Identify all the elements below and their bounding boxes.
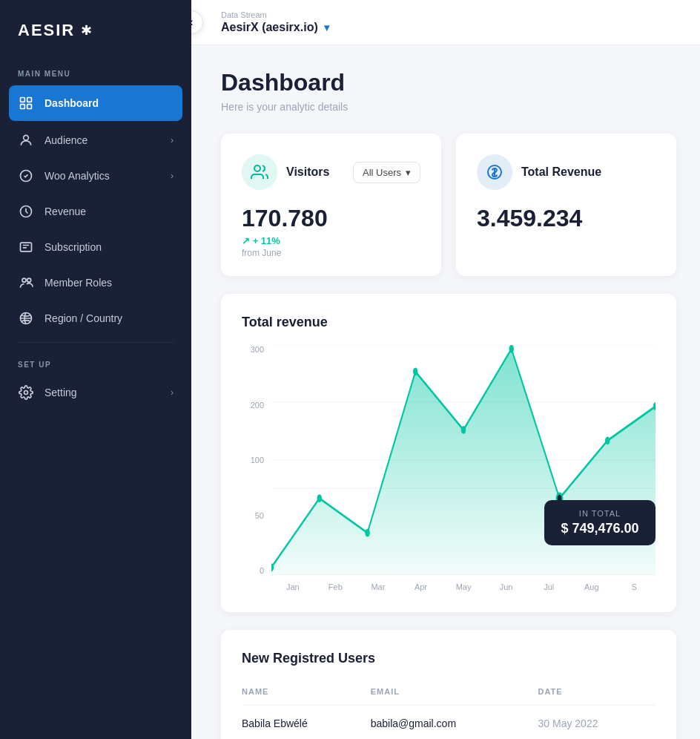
chart-svg-area: IN TOTAL $ 749,476.00 bbox=[271, 345, 656, 575]
svg-point-11 bbox=[24, 391, 28, 395]
region-icon bbox=[18, 310, 34, 326]
stat-title-group-revenue: Total Revenue bbox=[477, 154, 601, 190]
sidebar-item-region-country[interactable]: Region / Country bbox=[0, 300, 191, 336]
svg-rect-0 bbox=[21, 98, 25, 102]
user-name: Babila Ebwélé bbox=[242, 706, 371, 740]
users-table-head: NAME EMAIL DATE bbox=[242, 681, 656, 706]
main-content: ‹ Data Stream AesirX (aesirx.io) ▾ Dashb… bbox=[191, 0, 700, 739]
sidebar-section-label-main: MAIN MENU bbox=[0, 58, 191, 84]
logo-star: ✱ bbox=[81, 22, 92, 39]
users-table: NAME EMAIL DATE Babila Ebwélé babila@gma… bbox=[242, 681, 656, 739]
stat-value-visitors: 170.780 bbox=[242, 205, 420, 232]
users-table-title: New Registred Users bbox=[242, 651, 656, 666]
audience-icon bbox=[18, 132, 34, 148]
visitors-dropdown-label: All Users bbox=[363, 167, 401, 178]
chart-point-aug bbox=[605, 436, 610, 444]
chart-title: Total revenue bbox=[242, 315, 656, 330]
svg-point-9 bbox=[27, 278, 31, 282]
col-header-email: EMAIL bbox=[371, 681, 538, 706]
chart-point-may bbox=[461, 426, 466, 434]
sidebar-item-revenue[interactable]: Revenue bbox=[0, 194, 191, 229]
chart-point-mar bbox=[365, 529, 369, 537]
sidebar-item-subscription[interactable]: Subscription bbox=[0, 229, 191, 265]
sidebar-item-label-dashboard: Dashboard bbox=[44, 97, 174, 109]
stat-card-header-visitors: Visitors All Users ▾ bbox=[242, 154, 420, 190]
chart-point-apr bbox=[413, 367, 417, 375]
stats-row: Visitors All Users ▾ 170.780 ↗ + 11% fro… bbox=[221, 134, 676, 276]
svg-rect-1 bbox=[27, 98, 32, 102]
chart-x-labels: Jan Feb Mar Apr May Jun Jul Aug S bbox=[271, 577, 656, 597]
sidebar-item-label-member-roles: Member Roles bbox=[44, 277, 174, 289]
tooltip-label: IN TOTAL bbox=[558, 509, 642, 518]
page-subtitle: Here is your analytic details bbox=[221, 101, 676, 113]
y-label-200: 200 bbox=[251, 401, 264, 410]
chart-tooltip: IN TOTAL $ 749,476.00 bbox=[544, 500, 656, 545]
users-table-card: New Registred Users NAME EMAIL DATE Babi… bbox=[221, 630, 676, 739]
sidebar-item-label-audience: Audience bbox=[44, 134, 160, 146]
sidebar-divider bbox=[18, 342, 174, 343]
trend-up-icon: ↗ bbox=[242, 235, 250, 246]
sidebar: AESIR✱ MAIN MENU Dashboard Audience › Wo… bbox=[0, 0, 191, 739]
chart-point-feb bbox=[317, 494, 322, 502]
svg-rect-2 bbox=[21, 105, 25, 109]
col-header-date: DATE bbox=[538, 681, 656, 706]
x-label-mar: Mar bbox=[357, 582, 400, 591]
topbar-dropdown-chevron[interactable]: ▾ bbox=[324, 22, 329, 33]
revenue-icon-circle bbox=[477, 154, 512, 190]
dollar-icon bbox=[486, 163, 503, 181]
chevron-right-icon: › bbox=[171, 135, 174, 145]
logo: AESIR✱ bbox=[0, 0, 191, 58]
visitors-icon bbox=[251, 163, 268, 181]
dashboard-icon bbox=[18, 95, 34, 111]
sidebar-item-setting[interactable]: Setting › bbox=[0, 375, 191, 410]
y-label-300: 300 bbox=[251, 345, 264, 354]
stat-title-visitors: Visitors bbox=[286, 165, 329, 179]
user-email: babila@gmail.com bbox=[371, 706, 538, 740]
svg-point-8 bbox=[22, 278, 26, 282]
topbar-title-text: AesirX (aesirx.io) bbox=[221, 21, 318, 34]
stat-card-total-revenue: Total Revenue 3.459.234 bbox=[456, 134, 676, 276]
chevron-right-icon-3: › bbox=[171, 387, 174, 398]
topbar-label: Data Stream bbox=[221, 10, 329, 19]
sidebar-toggle-button[interactable]: ‹ bbox=[191, 10, 203, 34]
page-content: Dashboard Here is your analytic details … bbox=[191, 45, 700, 739]
table-row: Babila Ebwélé babila@gmail.com 30 May 20… bbox=[242, 706, 656, 740]
member-roles-icon bbox=[18, 275, 34, 291]
visitors-dropdown-chevron: ▾ bbox=[406, 167, 411, 178]
stat-title-group-visitors: Visitors bbox=[242, 154, 329, 190]
visitors-dropdown[interactable]: All Users ▾ bbox=[353, 162, 420, 183]
col-header-name: NAME bbox=[242, 681, 371, 706]
sidebar-item-member-roles[interactable]: Member Roles bbox=[0, 265, 191, 300]
x-label-jun: Jun bbox=[485, 582, 528, 591]
topbar: ‹ Data Stream AesirX (aesirx.io) ▾ bbox=[191, 0, 700, 45]
user-date: 30 May 2022 bbox=[538, 706, 656, 740]
x-label-jan: Jan bbox=[271, 582, 314, 591]
chevron-right-icon-2: › bbox=[171, 171, 174, 181]
svg-point-12 bbox=[254, 165, 260, 171]
x-label-apr: Apr bbox=[400, 582, 443, 591]
svg-rect-3 bbox=[27, 105, 32, 109]
users-table-header-row: NAME EMAIL DATE bbox=[242, 681, 656, 706]
sidebar-item-dashboard[interactable]: Dashboard bbox=[9, 85, 182, 121]
sidebar-item-label-setting: Setting bbox=[44, 387, 160, 398]
subscription-icon bbox=[18, 239, 34, 255]
woo-analytics-icon bbox=[18, 168, 34, 184]
stat-card-header-revenue: Total Revenue bbox=[477, 154, 656, 190]
sidebar-item-audience[interactable]: Audience › bbox=[0, 122, 191, 158]
chart-card: Total revenue 300 200 100 50 0 bbox=[221, 294, 676, 612]
stat-card-visitors: Visitors All Users ▾ 170.780 ↗ + 11% fro… bbox=[221, 134, 441, 276]
y-label-50: 50 bbox=[255, 511, 264, 520]
tooltip-value: $ 749,476.00 bbox=[558, 521, 642, 536]
stat-title-revenue: Total Revenue bbox=[521, 165, 601, 179]
y-label-0: 0 bbox=[260, 566, 264, 575]
stat-value-revenue: 3.459.234 bbox=[477, 205, 656, 232]
sidebar-item-woo-analytics[interactable]: Woo Analytics › bbox=[0, 158, 191, 194]
setting-icon bbox=[18, 384, 34, 401]
x-label-may: May bbox=[442, 582, 485, 591]
topbar-title: AesirX (aesirx.io) ▾ bbox=[221, 21, 329, 34]
users-table-body: Babila Ebwélé babila@gmail.com 30 May 20… bbox=[242, 706, 656, 740]
sidebar-item-label-revenue: Revenue bbox=[44, 206, 174, 217]
stat-change-visitors: ↗ + 11% bbox=[242, 235, 420, 246]
sidebar-item-label-region-country: Region / Country bbox=[44, 312, 174, 324]
sidebar-item-label-subscription: Subscription bbox=[44, 241, 174, 253]
